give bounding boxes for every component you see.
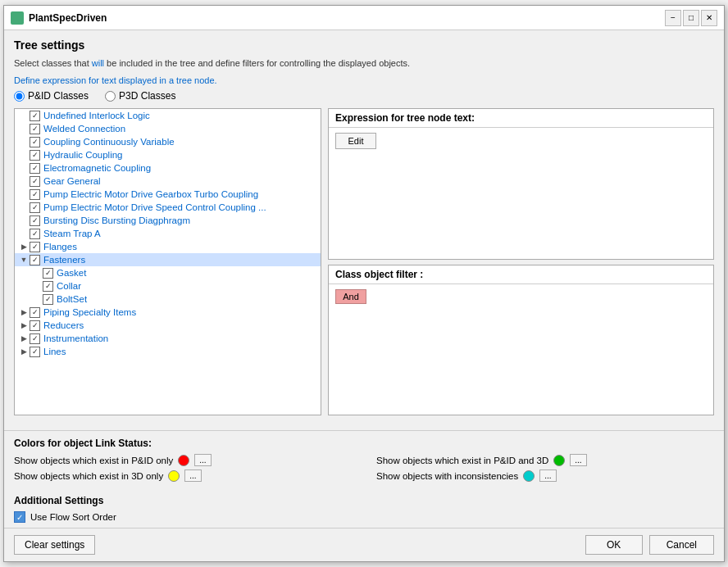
tree-item[interactable]: ▶Flanges [15, 240, 321, 253]
tree-checkbox[interactable] [30, 124, 40, 134]
color-row: Show objects which exist in P&ID and 3D.… [376, 454, 714, 466]
color-row-label: Show objects which exist in P&ID and 3D [376, 456, 548, 465]
tree-checkbox[interactable] [30, 333, 40, 344]
maximize-button[interactable]: □ [683, 10, 699, 26]
tree-checkbox[interactable] [30, 255, 40, 265]
color-row-label: Show objects which exist in 3D only [14, 471, 163, 481]
tree-item-label: Coupling Continuously Variable [43, 137, 175, 147]
tree-expander [18, 149, 30, 161]
tree-checkbox[interactable] [30, 215, 40, 226]
app-icon [11, 11, 24, 25]
tree-item[interactable]: BoltSet [15, 293, 321, 306]
tree-item[interactable]: ▶Piping Specialty Items [15, 306, 321, 319]
p3d-classes-radio[interactable]: P3D Classes [105, 90, 175, 102]
tree-item-label: Hydraulic Coupling [43, 150, 123, 160]
pid-classes-label: P&ID Classes [28, 90, 89, 102]
tree-item[interactable]: Electromagnetic Coupling [15, 161, 321, 175]
tree-checkbox[interactable] [30, 163, 40, 174]
tree-item-label: Undefined Interlock Logic [43, 111, 150, 120]
tree-item-label: Gasket [57, 268, 86, 278]
tree-checkbox[interactable] [30, 229, 40, 239]
tree-expander[interactable]: ▶ [18, 346, 30, 357]
flow-sort-checkbox[interactable] [14, 511, 25, 523]
tree-item[interactable]: Gear General [15, 175, 321, 188]
tree-item[interactable]: Undefined Interlock Logic [15, 109, 321, 122]
radio-group: P&ID Classes P3D Classes [14, 90, 714, 102]
color-dots-button[interactable]: ... [184, 469, 201, 482]
tree-checkbox[interactable] [30, 307, 40, 318]
tree-expander[interactable]: ▶ [18, 320, 30, 331]
tree-expander[interactable]: ▼ [18, 254, 30, 265]
tree-expander[interactable]: ▶ [18, 241, 30, 252]
tree-item-label: Bursting Disc Bursting Diagphragm [43, 215, 190, 225]
tree-expander [31, 293, 43, 305]
colors-grid: Show objects which exist in P&ID only...… [14, 454, 714, 482]
tree-item[interactable]: ▶Lines [15, 345, 321, 358]
tree-checkbox[interactable] [30, 111, 40, 121]
tree-item-label: Pump Electric Motor Drive Gearbox Turbo … [43, 189, 258, 199]
tree-item-label: Collar [57, 281, 81, 291]
tree-item-label: Welded Connection [43, 124, 125, 134]
additional-section: Additional Settings Use Flow Sort Order [4, 488, 724, 528]
clear-settings-button[interactable]: Clear settings [14, 535, 95, 555]
tree-item[interactable]: ▼Fasteners [15, 253, 321, 266]
tree-item-label: Piping Specialty Items [43, 307, 136, 317]
tree-expander[interactable]: ▶ [18, 333, 30, 344]
tree-checkbox[interactable] [43, 268, 53, 279]
pid-classes-radio[interactable]: P&ID Classes [14, 90, 89, 102]
tree-checkbox[interactable] [30, 242, 40, 252]
tree-expander [18, 162, 30, 174]
tree-checkbox[interactable] [30, 150, 40, 161]
color-dots-button[interactable]: ... [570, 454, 586, 466]
tree-container: Undefined Interlock LogicWelded Connecti… [15, 109, 321, 358]
tree-item[interactable]: Coupling Continuously Variable [15, 135, 321, 148]
tree-checkbox[interactable] [30, 320, 40, 331]
tree-item-label: Lines [43, 347, 66, 356]
tree-checkbox[interactable] [30, 202, 40, 213]
color-row-label: Show objects which exist in P&ID only [14, 456, 173, 465]
and-badge: And [335, 289, 366, 304]
expression-section: Expression for tree node text: Edit [328, 108, 714, 260]
filter-section: Class object filter : And [328, 265, 714, 416]
flow-sort-row: Use Flow Sort Order [14, 511, 714, 523]
define-link[interactable]: Define expression for text displayed in … [14, 75, 217, 85]
additional-title: Additional Settings [14, 495, 714, 506]
tree-item[interactable]: ▶Instrumentation [15, 332, 321, 345]
close-button[interactable]: ✕ [701, 10, 717, 26]
tree-item[interactable]: Gasket [15, 266, 321, 279]
tree-item[interactable]: Steam Trap A [15, 227, 321, 240]
tree-checkbox[interactable] [30, 189, 40, 200]
section-title: Tree settings [14, 39, 714, 52]
tree-item[interactable]: Collar [15, 279, 321, 293]
tree-expander[interactable]: ▶ [18, 306, 30, 318]
color-dot [168, 470, 180, 482]
tree-item[interactable]: Welded Connection [15, 122, 321, 135]
tree-checkbox[interactable] [30, 137, 40, 147]
main-panel: Undefined Interlock LogicWelded Connecti… [14, 108, 714, 415]
tree-expander [18, 228, 30, 239]
cancel-button[interactable]: Cancel [649, 535, 714, 555]
tree-checkbox[interactable] [30, 347, 40, 357]
color-dots-button[interactable]: ... [539, 469, 556, 482]
tree-checkbox[interactable] [30, 176, 40, 187]
edit-button[interactable]: Edit [335, 133, 376, 149]
tree-panel: Undefined Interlock LogicWelded Connecti… [14, 108, 321, 415]
color-row-label: Show objects with inconsistencies [376, 471, 518, 481]
tree-item[interactable]: ▶Reducers [15, 319, 321, 332]
tree-checkbox[interactable] [43, 281, 53, 292]
minimize-button[interactable]: − [665, 10, 681, 26]
ok-button[interactable]: OK [585, 535, 643, 555]
tree-item-label: Reducers [43, 320, 84, 330]
tree-item[interactable]: Pump Electric Motor Drive Gearbox Turbo … [15, 188, 321, 201]
tree-item[interactable]: Bursting Disc Bursting Diagphragm [15, 214, 321, 227]
tree-checkbox[interactable] [43, 294, 53, 305]
tree-item[interactable]: Pump Electric Motor Drive Speed Control … [15, 201, 321, 214]
color-dot [523, 470, 535, 482]
tree-item[interactable]: Hydraulic Coupling [15, 148, 321, 161]
color-dots-button[interactable]: ... [194, 454, 211, 466]
color-row: Show objects which exist in P&ID only... [14, 454, 352, 466]
description-line2: Define expression for text displayed in … [14, 74, 714, 88]
footer-right: OK Cancel [585, 535, 714, 555]
p3d-classes-label: P3D Classes [119, 90, 175, 102]
title-bar-text: PlantSpecDriven [29, 12, 665, 24]
